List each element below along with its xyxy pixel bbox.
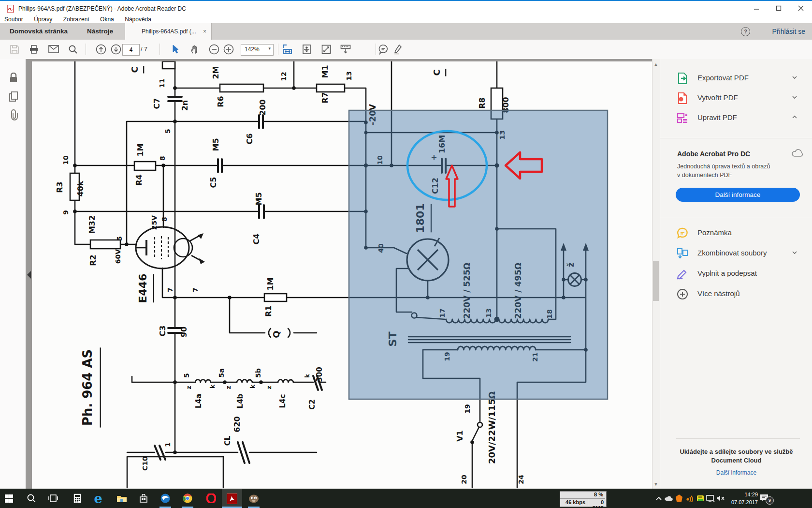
chrome-icon[interactable] [178,489,197,508]
tool-comment[interactable]: Poznámka [660,223,812,242]
close-button[interactable] [790,1,812,15]
paperclip-icon[interactable] [8,109,19,121]
more-info-button[interactable]: Další informace [676,188,800,202]
tool-more-tools[interactable]: Více nástrojů [660,284,812,303]
hand-tool-icon[interactable] [187,40,203,59]
schematic-label: C2 [308,399,317,409]
tab-tools[interactable]: Nástroje [87,23,113,40]
pdf-file-icon [7,5,14,13]
network-display-icon[interactable] [705,489,716,508]
menu-napoveda[interactable]: Nápověda [120,15,156,24]
zoom-out-button[interactable] [206,40,222,59]
action-center-icon[interactable]: 9 [759,489,773,508]
tab-document[interactable]: Philips-964AS.pdf (... × [125,23,212,40]
search-icon[interactable] [65,40,81,59]
calculator-icon[interactable] [68,489,87,508]
edge-icon[interactable]: e [88,489,108,508]
schematic-label: R4 [134,174,144,185]
onedrive-icon[interactable] [664,489,674,508]
net-meter-widget[interactable]: 8 % 46 kbps 0 SMS [560,491,607,507]
menu-okna[interactable]: Okna [96,15,118,24]
email-button[interactable] [45,40,62,59]
chevron-up-icon[interactable] [792,114,798,120]
acrobat-reader-taskbar-active[interactable] [222,489,242,508]
left-rail [0,59,26,489]
maximize-button[interactable] [768,1,790,15]
panel-divider [660,217,812,217]
tool-combine-files[interactable]: Zkombinovat soubory [660,243,812,263]
schematic-label: C4 [252,234,261,245]
menu-soubor[interactable]: Soubor [0,15,28,24]
tool-export-pdf[interactable]: Exportovat PDF [660,68,812,88]
comment-tool-icon[interactable] [375,40,392,59]
help-icon[interactable]: ? [741,27,750,36]
zoom-in-button[interactable] [220,40,237,59]
minimize-button[interactable] [745,1,768,15]
schematic-label: R6 [216,96,225,107]
schematic-label: 13 [345,71,353,80]
highlighter-tool-icon[interactable] [390,40,406,59]
scroll-down-icon[interactable]: ▼ [653,482,658,487]
clock-date: 07.07.2017 [724,498,758,506]
start-button[interactable] [0,489,18,508]
page-number-input[interactable] [122,44,140,56]
copy-pages-icon[interactable] [9,91,18,103]
gimp-icon[interactable] [244,489,263,508]
schematic-label: C [432,69,442,75]
schematic-label: 300 [315,367,324,382]
next-page-button[interactable] [108,40,124,59]
tab-close-icon[interactable]: × [203,23,206,40]
fit-page-icon[interactable] [299,40,315,59]
menu-upravy[interactable]: Úpravy [29,15,57,24]
footer-promo-link[interactable]: Další informace [660,469,812,476]
select-tool-icon[interactable] [167,40,184,59]
chevron-down-icon: ▾ [268,46,271,51]
previous-page-button[interactable] [93,40,109,59]
tray-chevron-up-icon[interactable] [653,489,664,508]
scroll-up-icon[interactable]: ▲ [653,62,658,67]
chevron-down-icon[interactable] [792,75,798,80]
print-button[interactable] [26,40,42,59]
export-pdf-icon [676,72,689,85]
menu-zobrazeni[interactable]: Zobrazení [59,15,94,24]
sign-in-link[interactable]: Přihlásit se [772,23,805,40]
schematic-label: 8 [159,156,166,161]
taskbar-search-icon[interactable] [22,489,41,508]
file-explorer-icon[interactable] [112,489,131,508]
zoom-level-select[interactable]: 142% ▾ [241,44,274,56]
schematic-label: 7 [166,287,174,292]
store-icon[interactable] [134,489,153,508]
tool-edit-pdf[interactable]: Upravit PDF [660,108,812,127]
taskbar-clock[interactable]: 14:29 07.07.2017 [724,491,758,506]
schematic-label: k [249,384,256,388]
tool-label: Vyplnit a podepsat [697,264,757,283]
fullscreen-icon[interactable] [318,40,334,59]
toolbar-separator [160,44,160,55]
screen: Philips-964AS.pdf (ZABEZPEČENÝ) - Adobe … [0,0,812,508]
tab-home[interactable]: Domovská stránka [10,23,68,40]
scrollbar-thumb[interactable] [653,261,659,301]
lock-icon[interactable] [9,73,18,83]
avast-icon[interactable] [674,489,684,508]
chevron-down-icon[interactable] [792,94,798,100]
schematic-label: 5b [254,368,262,378]
phone-icon[interactable] [695,489,706,508]
chevron-down-icon[interactable] [792,250,798,255]
presentation-icon[interactable] [337,40,354,59]
fit-width-icon[interactable] [279,40,296,59]
schematic-label: 5 [183,373,190,378]
thunderbird-icon[interactable] [156,489,175,508]
collapse-left-panel-handle[interactable] [27,271,31,279]
schematic-label: R2 [88,254,98,266]
tool-fill-sign[interactable]: Vyplnit a podepsat [660,264,812,283]
task-view-icon[interactable] [44,489,63,508]
tool-label: Vytvořit PDF [697,88,738,107]
schematic-label: C7 [152,98,161,109]
opera-icon[interactable] [202,489,221,508]
volume-signal-icon[interactable] [684,489,695,508]
save-button[interactable] [6,40,23,59]
schematic-label: V1 [455,430,464,442]
schematic-label: 2M [211,66,220,79]
tool-create-pdf[interactable]: Vytvořit PDF [660,88,812,107]
schematic-label: 20V/22W/115Ω [487,391,497,464]
